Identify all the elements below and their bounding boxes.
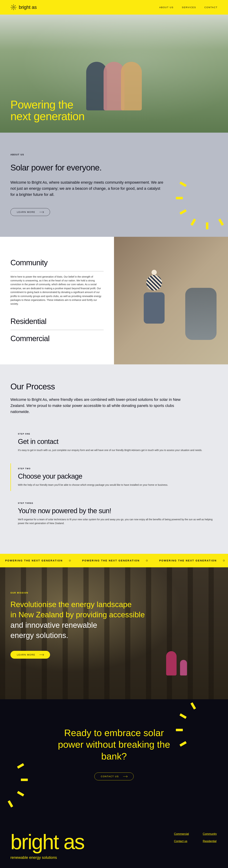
sun-bullet-icon: [68, 559, 72, 562]
mission-l2: in New Zealand by providing accessible: [10, 610, 145, 619]
nav-services[interactable]: SERVICES: [182, 6, 196, 9]
mission-l3: and innovative renewable: [10, 621, 97, 629]
step-label: STEP THREE: [18, 502, 218, 504]
process-step-2: STEP TWO Choose your package With the he…: [10, 463, 218, 491]
mission-section: OUR MISSION Revolutionise the energy lan…: [0, 567, 228, 699]
footer-link-community[interactable]: Community: [203, 832, 218, 836]
sun-bullet-icon: [222, 559, 226, 562]
mission-learn-more-button[interactable]: LEARN MORE: [10, 651, 50, 659]
step-label: STEP TWO: [18, 467, 218, 470]
hero-figure: [121, 62, 142, 111]
learn-more-label: LEARN MORE: [17, 211, 35, 213]
about-label: ABOUT US: [10, 153, 218, 156]
tab-commercial[interactable]: Commercial: [10, 330, 104, 347]
sun-rays-decoration: [200, 178, 228, 216]
tab-residential[interactable]: Residential: [10, 313, 104, 330]
mission-cta-label: LEARN MORE: [17, 653, 35, 656]
community-description: We're here to power the next generation …: [10, 271, 104, 313]
hero-line1: Powering the: [10, 98, 73, 111]
marquee-banner: POWERING THE NEXT GENERATION POWERING TH…: [0, 554, 228, 567]
mission-l1: Revolutionise the energy landscape: [10, 600, 132, 609]
brand-logo[interactable]: bright as: [10, 4, 37, 10]
sun-rays-decoration: [0, 760, 28, 798]
svg-point-11: [223, 560, 225, 561]
services-section: Community We're here to power the next g…: [0, 237, 228, 364]
about-body: Welcome to Bright As, where sustainable …: [10, 179, 163, 198]
process-intro: Welcome to Bright As, where friendly vib…: [10, 397, 184, 415]
child-figure: [137, 275, 172, 341]
step-label: STEP ONE: [18, 433, 218, 435]
brand-name: bright as: [19, 4, 37, 10]
marquee-item: POWERING THE NEXT GENERATION: [77, 559, 154, 562]
marquee-item: POWERING THE NEXT GENERATION: [0, 559, 77, 562]
step-body: It's easy to get in touch with us, just …: [18, 448, 218, 452]
mission-label: OUR MISSION: [10, 592, 218, 594]
marquee-item: POWERING THE NEXT GENERATION: [154, 559, 228, 562]
mission-statement: Revolutionise the energy landscape in Ne…: [10, 599, 167, 641]
svg-point-9: [69, 560, 70, 561]
mission-l4: energy solutions.: [10, 631, 68, 640]
process-section: Our Process Welcome to Bright As, where …: [0, 364, 228, 554]
nav-about[interactable]: ABOUT US: [159, 6, 173, 9]
svg-line-8: [12, 5, 12, 6]
cta-heading: Ready to embrace solar power without bre…: [52, 727, 176, 762]
svg-line-2: [15, 5, 16, 6]
hero-line2: next generation: [10, 110, 84, 123]
cta-section: Ready to embrace solar power without bre…: [0, 699, 228, 808]
footer-link-residential[interactable]: Residential: [203, 840, 218, 843]
process-heading: Our Process: [10, 382, 218, 391]
process-step-1: STEP ONE Get in contact It's easy to get…: [10, 429, 218, 456]
site-footer: bright as renewable energy solutions Com…: [0, 808, 228, 868]
nav-contact[interactable]: CONTACT: [204, 6, 218, 9]
cta-button-label: CONTACT US: [101, 775, 119, 778]
sun-rays-decoration: [200, 710, 228, 748]
contact-us-button[interactable]: CONTACT US: [94, 773, 134, 780]
footer-brand-name: bright as: [10, 832, 84, 851]
services-tabs: Community We're here to power the next g…: [0, 237, 114, 364]
marquee-text: POWERING THE NEXT GENERATION: [5, 559, 63, 562]
marquee-text: POWERING THE NEXT GENERATION: [82, 559, 140, 562]
about-heading: Solar power for everyone.: [10, 163, 218, 173]
primary-nav: ABOUT US SERVICES CONTACT: [159, 6, 218, 9]
step-title: Get in contact: [18, 438, 218, 445]
svg-point-10: [146, 560, 147, 561]
step-body: With the help of our friendly team you'l…: [18, 483, 218, 487]
svg-line-6: [12, 8, 12, 9]
step-body: We'll organise for a team of solar techn…: [18, 518, 218, 525]
tab-community[interactable]: Community: [10, 254, 104, 271]
footer-brand: bright as renewable energy solutions: [10, 832, 84, 860]
footer-link-commercial[interactable]: Commercial: [174, 832, 189, 836]
svg-line-4: [15, 8, 16, 9]
child-figure: [180, 660, 187, 676]
footer-link-contact[interactable]: Contact us: [174, 840, 189, 843]
about-section: ABOUT US Solar power for everyone. Welco…: [0, 133, 228, 237]
step-title: Choose your package: [18, 472, 218, 480]
footer-links: Commercial Community Contact us Resident…: [174, 832, 218, 843]
step-title: You're now powered by the sun!: [18, 507, 218, 515]
process-step-3: STEP THREE You're now powered by the sun…: [10, 498, 218, 529]
adults-figure: [185, 288, 217, 340]
marquee-text: POWERING THE NEXT GENERATION: [159, 559, 217, 562]
sun-logo-icon: [10, 4, 17, 10]
arrow-right-icon: [39, 212, 44, 212]
sun-bullet-icon: [145, 559, 149, 562]
hero-headline: Powering the next generation: [0, 89, 95, 133]
footer-tagline: renewable energy solutions: [10, 855, 84, 860]
hero-section: Powering the next generation: [0, 14, 228, 133]
svg-point-0: [13, 7, 15, 8]
learn-more-button[interactable]: LEARN MORE: [10, 208, 50, 216]
site-header: bright as ABOUT US SERVICES CONTACT: [0, 0, 228, 14]
services-image: [114, 237, 228, 364]
